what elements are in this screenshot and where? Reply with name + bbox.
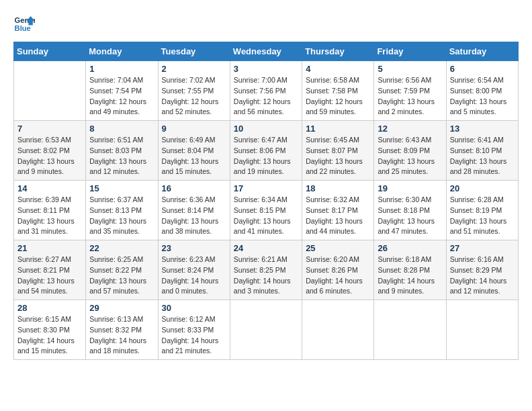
- calendar-cell: 26Sunrise: 6:18 AM Sunset: 8:28 PM Dayli…: [374, 240, 446, 300]
- day-number: 26: [378, 243, 442, 253]
- calendar-cell: 17Sunrise: 6:34 AM Sunset: 8:15 PM Dayli…: [230, 181, 302, 240]
- day-info: Sunrise: 6:53 AM Sunset: 8:02 PM Dayligh…: [17, 135, 82, 177]
- day-number: 25: [306, 243, 370, 253]
- day-info: Sunrise: 6:30 AM Sunset: 8:18 PM Dayligh…: [378, 195, 442, 237]
- calendar-cell: 24Sunrise: 6:21 AM Sunset: 8:25 PM Dayli…: [230, 240, 302, 300]
- day-number: 17: [234, 183, 298, 193]
- day-number: 28: [17, 303, 82, 313]
- calendar-week-3: 14Sunrise: 6:39 AM Sunset: 8:11 PM Dayli…: [14, 181, 519, 240]
- day-info: Sunrise: 7:04 AM Sunset: 7:54 PM Dayligh…: [89, 75, 154, 118]
- calendar-week-1: 1Sunrise: 7:04 AM Sunset: 7:54 PM Daylig…: [14, 61, 519, 121]
- day-number: 30: [162, 303, 226, 313]
- day-info: Sunrise: 6:58 AM Sunset: 7:58 PM Dayligh…: [306, 75, 370, 118]
- day-info: Sunrise: 6:56 AM Sunset: 7:59 PM Dayligh…: [378, 75, 442, 118]
- day-info: Sunrise: 6:23 AM Sunset: 8:24 PM Dayligh…: [162, 255, 226, 297]
- day-info: Sunrise: 6:47 AM Sunset: 8:06 PM Dayligh…: [234, 135, 298, 177]
- day-number: 4: [306, 64, 370, 74]
- calendar-cell: 25Sunrise: 6:20 AM Sunset: 8:26 PM Dayli…: [302, 240, 374, 300]
- day-info: Sunrise: 6:16 AM Sunset: 8:29 PM Dayligh…: [450, 255, 515, 297]
- page-header: General Blue: [13, 13, 519, 35]
- day-number: 19: [378, 183, 442, 193]
- calendar-cell: 23Sunrise: 6:23 AM Sunset: 8:24 PM Dayli…: [158, 240, 230, 300]
- calendar-cell: 4Sunrise: 6:58 AM Sunset: 7:58 PM Daylig…: [302, 61, 374, 121]
- weekday-header-thursday: Thursday: [302, 42, 374, 61]
- day-info: Sunrise: 6:39 AM Sunset: 8:11 PM Dayligh…: [17, 195, 82, 237]
- calendar-cell: 3Sunrise: 7:00 AM Sunset: 7:56 PM Daylig…: [230, 61, 302, 121]
- day-number: 12: [378, 124, 442, 134]
- calendar-cell: 18Sunrise: 6:32 AM Sunset: 8:17 PM Dayli…: [302, 181, 374, 240]
- calendar-week-5: 28Sunrise: 6:15 AM Sunset: 8:30 PM Dayli…: [14, 300, 519, 360]
- day-info: Sunrise: 6:18 AM Sunset: 8:28 PM Dayligh…: [378, 255, 442, 297]
- day-number: 7: [17, 124, 82, 134]
- weekday-header-sunday: Sunday: [14, 42, 86, 61]
- logo: General Blue: [13, 13, 35, 35]
- calendar-cell: 5Sunrise: 6:56 AM Sunset: 7:59 PM Daylig…: [374, 61, 446, 121]
- calendar-week-2: 7Sunrise: 6:53 AM Sunset: 8:02 PM Daylig…: [14, 121, 519, 181]
- calendar-cell: 12Sunrise: 6:43 AM Sunset: 8:09 PM Dayli…: [374, 121, 446, 181]
- calendar-cell: [302, 300, 374, 360]
- calendar-cell: 19Sunrise: 6:30 AM Sunset: 8:18 PM Dayli…: [374, 181, 446, 240]
- calendar-cell: [14, 61, 86, 121]
- day-number: 21: [17, 243, 82, 253]
- weekday-row: SundayMondayTuesdayWednesdayThursdayFrid…: [14, 42, 519, 61]
- day-info: Sunrise: 6:41 AM Sunset: 8:10 PM Dayligh…: [450, 135, 515, 177]
- logo-icon: General Blue: [13, 13, 35, 35]
- weekday-header-friday: Friday: [374, 42, 446, 61]
- day-number: 15: [89, 183, 154, 193]
- calendar-cell: 29Sunrise: 6:13 AM Sunset: 8:32 PM Dayli…: [86, 300, 158, 360]
- calendar-header: SundayMondayTuesdayWednesdayThursdayFrid…: [14, 42, 519, 61]
- calendar-cell: 10Sunrise: 6:47 AM Sunset: 8:06 PM Dayli…: [230, 121, 302, 181]
- calendar-table: SundayMondayTuesdayWednesdayThursdayFrid…: [13, 42, 519, 360]
- day-info: Sunrise: 6:51 AM Sunset: 8:03 PM Dayligh…: [89, 135, 154, 177]
- day-number: 20: [450, 183, 515, 193]
- day-info: Sunrise: 6:34 AM Sunset: 8:15 PM Dayligh…: [234, 195, 298, 237]
- day-number: 23: [162, 243, 226, 253]
- day-info: Sunrise: 6:32 AM Sunset: 8:17 PM Dayligh…: [306, 195, 370, 237]
- day-info: Sunrise: 6:45 AM Sunset: 8:07 PM Dayligh…: [306, 135, 370, 177]
- day-info: Sunrise: 7:00 AM Sunset: 7:56 PM Dayligh…: [234, 75, 298, 118]
- day-info: Sunrise: 6:54 AM Sunset: 8:00 PM Dayligh…: [450, 75, 515, 118]
- day-number: 9: [162, 124, 226, 134]
- day-info: Sunrise: 7:02 AM Sunset: 7:55 PM Dayligh…: [162, 75, 226, 118]
- day-info: Sunrise: 6:13 AM Sunset: 8:32 PM Dayligh…: [89, 314, 154, 357]
- day-number: 16: [162, 183, 226, 193]
- day-info: Sunrise: 6:37 AM Sunset: 8:13 PM Dayligh…: [89, 195, 154, 237]
- day-number: 3: [234, 64, 298, 74]
- calendar-cell: 15Sunrise: 6:37 AM Sunset: 8:13 PM Dayli…: [86, 181, 158, 240]
- day-number: 22: [89, 243, 154, 253]
- day-number: 18: [306, 183, 370, 193]
- calendar-cell: [230, 300, 302, 360]
- calendar-cell: 7Sunrise: 6:53 AM Sunset: 8:02 PM Daylig…: [14, 121, 86, 181]
- day-info: Sunrise: 6:49 AM Sunset: 8:04 PM Dayligh…: [162, 135, 226, 177]
- calendar-week-4: 21Sunrise: 6:27 AM Sunset: 8:21 PM Dayli…: [14, 240, 519, 300]
- day-number: 1: [89, 64, 154, 74]
- day-info: Sunrise: 6:43 AM Sunset: 8:09 PM Dayligh…: [378, 135, 442, 177]
- day-info: Sunrise: 6:20 AM Sunset: 8:26 PM Dayligh…: [306, 255, 370, 297]
- calendar-cell: 14Sunrise: 6:39 AM Sunset: 8:11 PM Dayli…: [14, 181, 86, 240]
- calendar-cell: 13Sunrise: 6:41 AM Sunset: 8:10 PM Dayli…: [446, 121, 518, 181]
- calendar-cell: 20Sunrise: 6:28 AM Sunset: 8:19 PM Dayli…: [446, 181, 518, 240]
- weekday-header-saturday: Saturday: [446, 42, 518, 61]
- calendar-cell: 9Sunrise: 6:49 AM Sunset: 8:04 PM Daylig…: [158, 121, 230, 181]
- day-number: 6: [450, 64, 515, 74]
- day-number: 8: [89, 124, 154, 134]
- calendar-cell: [374, 300, 446, 360]
- day-number: 27: [450, 243, 515, 253]
- day-number: 11: [306, 124, 370, 134]
- day-info: Sunrise: 6:36 AM Sunset: 8:14 PM Dayligh…: [162, 195, 226, 237]
- weekday-header-wednesday: Wednesday: [230, 42, 302, 61]
- weekday-header-tuesday: Tuesday: [158, 42, 230, 61]
- calendar-cell: 11Sunrise: 6:45 AM Sunset: 8:07 PM Dayli…: [302, 121, 374, 181]
- calendar-cell: [446, 300, 518, 360]
- day-number: 24: [234, 243, 298, 253]
- calendar-cell: 22Sunrise: 6:25 AM Sunset: 8:22 PM Dayli…: [86, 240, 158, 300]
- day-number: 14: [17, 183, 82, 193]
- calendar-cell: 21Sunrise: 6:27 AM Sunset: 8:21 PM Dayli…: [14, 240, 86, 300]
- day-info: Sunrise: 6:28 AM Sunset: 8:19 PM Dayligh…: [450, 195, 515, 237]
- day-info: Sunrise: 6:25 AM Sunset: 8:22 PM Dayligh…: [89, 255, 154, 297]
- day-info: Sunrise: 6:12 AM Sunset: 8:33 PM Dayligh…: [162, 314, 226, 357]
- day-info: Sunrise: 6:27 AM Sunset: 8:21 PM Dayligh…: [17, 255, 82, 297]
- calendar-cell: 30Sunrise: 6:12 AM Sunset: 8:33 PM Dayli…: [158, 300, 230, 360]
- day-info: Sunrise: 6:15 AM Sunset: 8:30 PM Dayligh…: [17, 314, 82, 357]
- calendar-cell: 28Sunrise: 6:15 AM Sunset: 8:30 PM Dayli…: [14, 300, 86, 360]
